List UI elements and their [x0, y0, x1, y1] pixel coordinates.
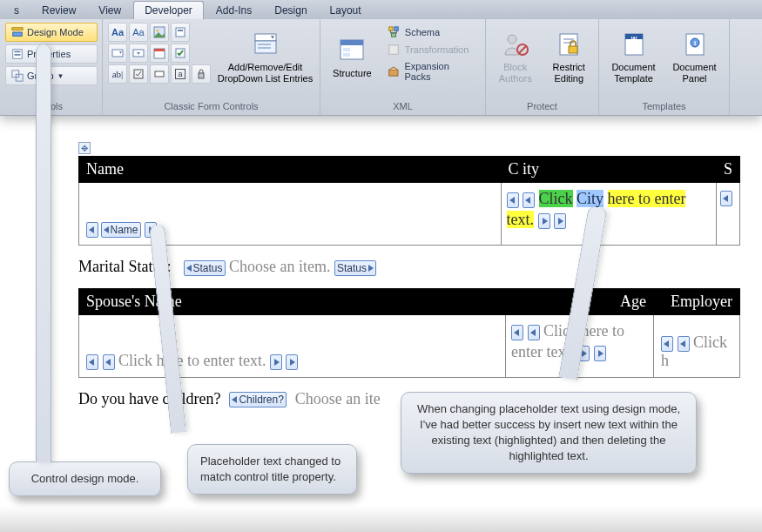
cc-title-tag[interactable]: Name	[101, 222, 141, 238]
cell-name[interactable]: Name	[79, 183, 502, 246]
cc-open-tag-2[interactable]	[528, 325, 540, 340]
tab-layout[interactable]: Layout	[320, 2, 372, 19]
document-template-button[interactable]: W Document Template	[606, 23, 662, 92]
checkbox-control-icon[interactable]	[171, 44, 190, 63]
svg-rect-1	[13, 32, 23, 36]
svg-text:i: i	[693, 39, 695, 47]
marital-status-row: Marital Status: Status Choose an item. S…	[78, 246, 762, 288]
schema-button[interactable]: Schema	[384, 24, 480, 40]
transformation-button[interactable]: Transformation	[384, 42, 480, 57]
cc-open-tag[interactable]	[511, 325, 523, 340]
header-s: S	[716, 157, 739, 183]
cc-open-tag[interactable]	[86, 222, 98, 238]
cell-city[interactable]: Click City here to enter text.	[501, 183, 716, 246]
expansion-packs-button[interactable]: Expansion Packs	[384, 59, 480, 84]
cell-spouse[interactable]: Click here to enter text.	[79, 315, 506, 378]
form-table-1: Name C ity S Name Click City here to ent…	[78, 156, 740, 246]
block-authors-label: Block Authors	[499, 62, 532, 84]
doc-panel-icon: i	[681, 30, 709, 58]
svg-rect-20	[255, 41, 276, 53]
block-authors-icon	[502, 30, 529, 58]
svg-rect-4	[15, 54, 21, 56]
legacy-checkbox-icon[interactable]	[129, 64, 148, 84]
legacy-frame-icon[interactable]: a	[171, 64, 190, 84]
design-mode-button[interactable]: Design Mode	[5, 23, 98, 42]
cc-open-tag[interactable]	[86, 354, 98, 370]
group-controls: Design Mode Properties Group ▼ ntrols	[0, 19, 103, 115]
children-placeholder[interactable]: Choose an ite	[295, 390, 381, 408]
add-remove-edit-dropdown-button[interactable]: Add/Remove/Edit DropDown List Entries	[216, 23, 314, 92]
datepicker-control-icon[interactable]	[150, 44, 169, 63]
tab-fragment[interactable]: s	[3, 2, 30, 19]
ribbon-groups: Design Mode Properties Group ▼ ntrols	[0, 19, 762, 115]
svg-rect-31	[389, 70, 398, 76]
group-xml-label: XML	[326, 98, 480, 115]
cc-close-tag-2[interactable]	[554, 213, 566, 229]
tab-developer[interactable]: Developer	[133, 1, 204, 19]
block-authors-button[interactable]: Block Authors	[491, 23, 540, 92]
spouse-placeholder: Click here to enter text.	[118, 352, 266, 369]
svg-line-34	[519, 46, 526, 53]
tab-review[interactable]: Review	[31, 2, 86, 19]
properties-icon	[11, 48, 24, 60]
svg-rect-30	[389, 45, 399, 55]
cc-open-tag[interactable]	[507, 192, 519, 208]
structure-button[interactable]: Structure	[326, 23, 379, 92]
cc-status-open[interactable]: Status	[184, 260, 226, 276]
choose-item-placeholder[interactable]: Choose an item.	[229, 258, 330, 275]
ruler-pencil-icon	[11, 26, 24, 38]
svg-rect-28	[394, 27, 398, 30]
cc-open-tag[interactable]	[661, 336, 673, 352]
document-panel-button[interactable]: i Document Panel	[667, 23, 723, 92]
legacy-lock-icon[interactable]	[192, 64, 211, 84]
dropdown-list-icon	[252, 30, 280, 58]
legacy-dropdown-icon[interactable]	[150, 64, 169, 84]
cc-close-tag-2[interactable]	[286, 354, 298, 370]
cell-employer[interactable]: Click h	[654, 315, 740, 378]
svg-text:W: W	[631, 36, 637, 42]
combobox-control-icon[interactable]	[108, 44, 127, 63]
selected-city: City	[577, 190, 604, 207]
svg-rect-24	[341, 40, 363, 45]
restrict-editing-button[interactable]: Restrict Editing	[545, 23, 594, 92]
cc-open-tag-2[interactable]	[678, 336, 690, 352]
svg-rect-9	[176, 28, 185, 37]
plaintext-control-icon[interactable]: Aa	[129, 23, 148, 42]
table-move-handle[interactable]: ✥	[78, 142, 91, 154]
group-button[interactable]: Group ▼	[5, 66, 98, 85]
svg-point-32	[508, 35, 516, 44]
cc-open-tag-2[interactable]	[523, 192, 535, 208]
properties-button[interactable]: Properties	[5, 44, 98, 64]
group-templates-label: Templates	[604, 98, 724, 115]
legacy-textfield-icon[interactable]: ab|	[108, 64, 127, 84]
svg-rect-3	[15, 51, 21, 53]
callout-placeholder-changed: Placeholder text changed to match contro…	[187, 444, 357, 495]
cc-close-tag-2[interactable]	[594, 346, 606, 361]
structure-label: Structure	[333, 68, 372, 79]
callout-highlight-tip: When changing placeholder text using des…	[401, 392, 697, 474]
cc-children-open[interactable]: Children?	[229, 392, 286, 407]
cc-open-tag-2[interactable]	[103, 354, 115, 370]
dropdown-control-icon[interactable]	[129, 44, 148, 63]
cc-title-text: Name	[111, 224, 138, 236]
doc-template-label: Document Template	[611, 62, 655, 84]
svg-rect-17	[155, 71, 164, 77]
cc-close-tag[interactable]	[270, 354, 282, 370]
text-word: text.	[507, 211, 535, 228]
cc-close-tag[interactable]	[538, 213, 550, 229]
header-city: C ity	[501, 157, 716, 183]
transformation-icon	[388, 44, 400, 56]
design-mode-label: Design Mode	[27, 27, 84, 37]
tab-addins[interactable]: Add-Ins	[206, 2, 262, 19]
buildingblock-control-icon[interactable]	[171, 23, 190, 42]
tab-view[interactable]: View	[88, 2, 131, 19]
tab-design[interactable]: Design	[264, 2, 317, 19]
doc-panel-label: Document Panel	[672, 62, 716, 84]
cc-status-close[interactable]: Status	[334, 260, 376, 276]
status-tag-text: Status	[337, 262, 367, 274]
richtext-control-icon[interactable]: Aa	[108, 23, 127, 42]
picture-control-icon[interactable]	[150, 23, 169, 42]
cc-open-tag[interactable]	[720, 191, 732, 206]
group-protect: Block Authors Restrict Editing Protect	[486, 19, 599, 115]
cell-s[interactable]	[716, 183, 739, 246]
